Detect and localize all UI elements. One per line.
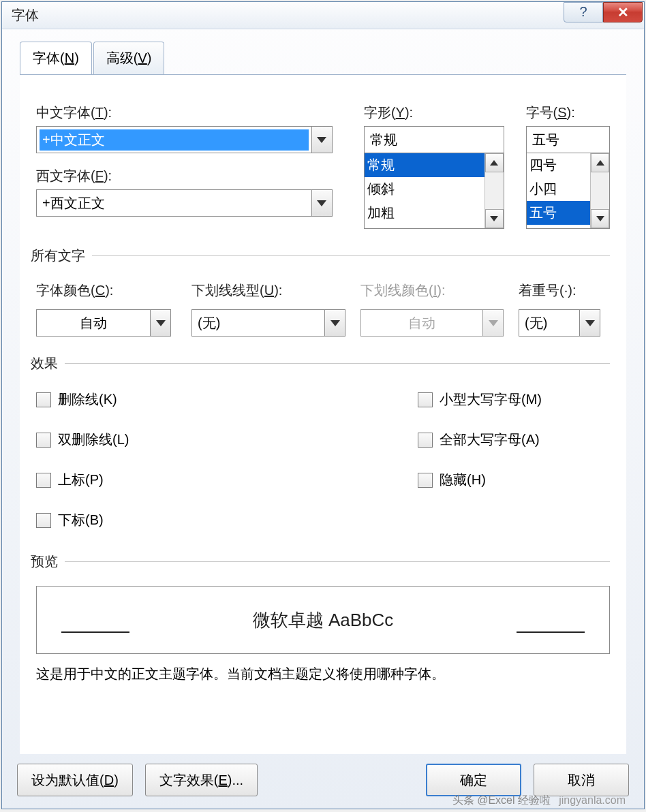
preview-box: 微软卓越 AaBbCc (36, 586, 610, 654)
emphasis-label: 着重号(·): (519, 281, 600, 300)
divider (92, 255, 610, 256)
style-label: 字形(Y): (364, 104, 504, 122)
size-label: 字号(S): (526, 104, 610, 122)
size-option-2[interactable]: 五号 (527, 201, 590, 225)
size-value: 五号 (532, 131, 559, 149)
chevron-down-icon (489, 320, 498, 326)
small-caps-checkbox[interactable]: 小型大写字母(M) (418, 390, 542, 409)
font-color-value: 自动 (37, 314, 150, 332)
set-default-button[interactable]: 设为默认值(D) (17, 764, 133, 796)
western-font-dropdown-button[interactable] (311, 190, 332, 216)
emphasis-value: (无) (519, 314, 579, 332)
checkbox-icon (36, 513, 51, 528)
chinese-font-value: +中文正文 (40, 129, 309, 151)
dialog-title: 字体 (12, 6, 564, 25)
checkbox-icon (418, 433, 433, 448)
chinese-font-label: 中文字体(T): (36, 104, 333, 122)
checkbox-icon (36, 473, 51, 488)
effects-grid: 删除线(K) 双删除线(L) 上标(P) 下标(B) 小型大写字母(M) 全部大… (36, 385, 610, 529)
chinese-font-combo[interactable]: +中文正文 (36, 126, 333, 153)
western-font-combo[interactable]: +西文正文 (36, 189, 333, 217)
size-input[interactable]: 五号 (526, 126, 610, 153)
chevron-down-icon (490, 216, 498, 221)
underline-color-group: 下划线颜色(I): 自动 (360, 281, 504, 337)
style-listbox[interactable]: 常规 倾斜 加粗 (364, 153, 504, 229)
font-color-dropdown-button[interactable] (150, 310, 170, 336)
effects-label: 效果 (31, 354, 58, 373)
tabs: 字体(N) 高级(V) (20, 42, 626, 74)
preview-section-header: 预览 (31, 552, 610, 571)
help-button[interactable]: ? (564, 2, 603, 22)
underline-color-combo: 自动 (360, 309, 504, 337)
size-option-1[interactable]: 小四 (527, 177, 590, 201)
style-option-regular[interactable]: 常规 (365, 153, 484, 177)
chinese-font-dropdown-button[interactable] (311, 127, 332, 153)
underline-style-group: 下划线线型(U): (无) (191, 281, 345, 337)
preview-label: 预览 (31, 552, 58, 571)
titlebar-buttons: ? ✕ (564, 2, 643, 24)
western-font-value: +西文正文 (37, 194, 311, 213)
ok-label: 确定 (460, 771, 487, 790)
size-listbox[interactable]: 四号 小四 五号 (526, 153, 610, 229)
style-option-bold[interactable]: 加粗 (365, 201, 484, 225)
checkbox-icon (36, 433, 51, 448)
cancel-label: 取消 (568, 771, 595, 790)
size-option-0[interactable]: 四号 (527, 153, 590, 177)
emphasis-group: 着重号(·): (无) (519, 281, 600, 337)
style-scrollbar[interactable] (484, 153, 504, 228)
chevron-down-icon (317, 200, 326, 206)
all-text-row: 字体颜色(C): 自动 下划线线型(U): (无) 下划线颜色(I): (36, 281, 610, 337)
scroll-down-button[interactable] (591, 209, 609, 228)
cancel-button[interactable]: 取消 (534, 764, 629, 796)
all-text-label: 所有文字 (31, 247, 85, 265)
subscript-checkbox[interactable]: 下标(B) (36, 511, 418, 529)
ok-button[interactable]: 确定 (426, 764, 521, 796)
close-button[interactable]: ✕ (603, 2, 643, 22)
font-dialog: 字体 ? ✕ 字体(N) 高级(V) 中文字体(T): +中文正文 西文字体(F… (1, 1, 645, 809)
underline-color-value: 自动 (361, 314, 482, 332)
content: 字体(N) 高级(V) 中文字体(T): +中文正文 西文字体(F): +西文正… (2, 29, 644, 754)
hidden-checkbox[interactable]: 隐藏(H) (418, 471, 542, 489)
chinese-font-group: 中文字体(T): +中文正文 西文字体(F): +西文正文 (36, 104, 333, 229)
emphasis-combo[interactable]: (无) (519, 309, 600, 337)
style-list-items: 常规 倾斜 加粗 (365, 153, 484, 228)
titlebar: 字体 ? ✕ (2, 2, 644, 29)
scroll-up-button[interactable] (485, 153, 504, 172)
chevron-down-icon (596, 216, 604, 221)
emphasis-dropdown-button[interactable] (579, 310, 600, 336)
tab-font[interactable]: 字体(N) (20, 42, 92, 75)
preview-text: 微软卓越 AaBbCc (253, 608, 394, 632)
watermark-url: jingyanla.com (559, 794, 626, 807)
superscript-checkbox[interactable]: 上标(P) (36, 471, 418, 489)
checkbox-icon (418, 473, 433, 488)
underline-style-dropdown-button[interactable] (324, 310, 345, 336)
style-value: 常规 (370, 131, 397, 149)
all-caps-checkbox[interactable]: 全部大写字母(A) (418, 431, 542, 449)
preview-rule-left (61, 631, 129, 633)
style-group: 字形(Y): 常规 常规 倾斜 加粗 (364, 104, 504, 229)
preview-rule-right (517, 631, 585, 633)
font-row-top: 中文字体(T): +中文正文 西文字体(F): +西文正文 字形(Y): 常规 (36, 104, 610, 229)
effects-section-header: 效果 (31, 354, 610, 373)
size-scrollbar[interactable] (590, 153, 609, 228)
font-color-combo[interactable]: 自动 (36, 309, 171, 337)
underline-style-label: 下划线线型(U): (191, 281, 345, 300)
chevron-up-icon (596, 160, 604, 166)
underline-color-dropdown-button (482, 310, 503, 336)
scroll-down-button[interactable] (485, 209, 504, 228)
underline-style-combo[interactable]: (无) (191, 309, 345, 337)
size-group: 字号(S): 五号 四号 小四 五号 (526, 104, 610, 229)
chevron-down-icon (585, 320, 595, 326)
style-input[interactable]: 常规 (364, 126, 504, 153)
double-strikethrough-checkbox[interactable]: 双删除线(L) (36, 431, 418, 449)
western-font-label: 西文字体(F): (36, 167, 333, 185)
strikethrough-checkbox[interactable]: 删除线(K) (36, 390, 418, 409)
checkbox-icon (418, 392, 433, 407)
style-option-italic[interactable]: 倾斜 (365, 177, 484, 201)
checkbox-icon (36, 392, 51, 407)
chevron-up-icon (490, 160, 498, 166)
tab-advanced[interactable]: 高级(V) (93, 42, 165, 74)
scroll-up-button[interactable] (591, 153, 609, 172)
text-effects-button[interactable]: 文字效果(E)... (145, 764, 258, 796)
tab-panel: 中文字体(T): +中文正文 西文字体(F): +西文正文 字形(Y): 常规 (20, 74, 626, 754)
